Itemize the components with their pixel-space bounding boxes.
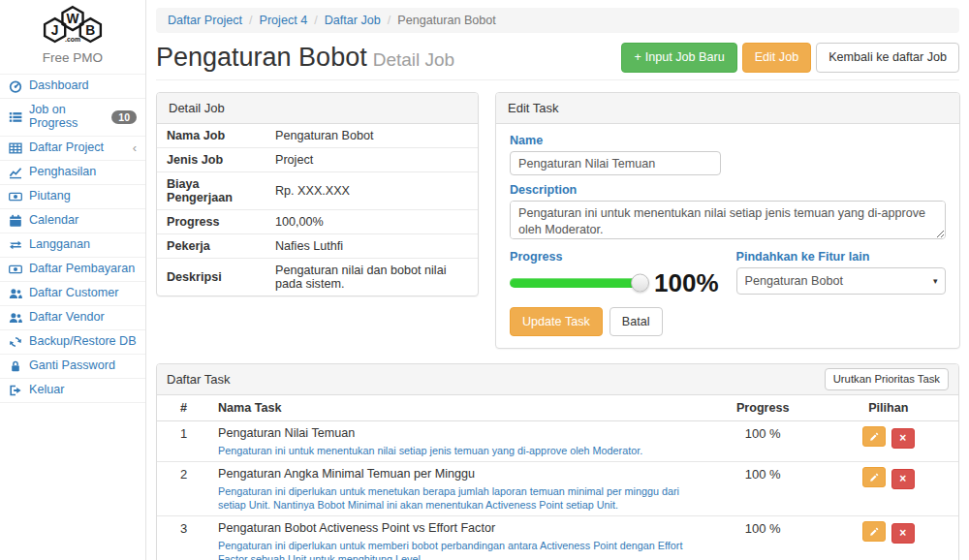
sort-priority-button[interactable]: Urutkan Prioritas Task [825, 368, 949, 390]
progress-label: Progress [510, 250, 719, 264]
dashboard-icon [9, 79, 22, 93]
breadcrumb-link[interactable]: Project 4 [260, 14, 308, 27]
task-progress: 100 % [707, 516, 819, 560]
col-progress-header: Progress [707, 395, 819, 421]
retweet-icon [9, 238, 22, 252]
task-row: 1 Pengaturan Nilai Temuan Pengaturan ini… [157, 421, 958, 462]
detail-row: Nama Job Pengaturan Bobot [157, 124, 478, 148]
move-to-feature-select[interactable]: Pengaturan Bobot [736, 267, 946, 295]
app-name: Free PMO [0, 50, 145, 65]
sidebar-item[interactable]: Daftar Vendor [0, 305, 145, 329]
page-subtitle: Detail Job [373, 49, 455, 70]
jwb-logo: W J B .com [24, 4, 121, 47]
users-icon [9, 287, 22, 300]
breadcrumb-link[interactable]: Daftar Job [325, 14, 381, 27]
sidebar-item[interactable]: Dashboard [0, 74, 145, 98]
task-description-textarea[interactable]: Pengaturan ini untuk menentukan nilai se… [510, 201, 946, 239]
batal-button[interactable]: Batal [610, 307, 663, 336]
task-table-header: # Nama Task Progress Pilihan [157, 395, 958, 421]
x-icon: × [899, 527, 906, 539]
task-progress: 100 % [707, 462, 819, 516]
sidebar-item[interactable]: Calendar [0, 208, 145, 233]
task-name-input[interactable] [510, 151, 721, 175]
edit-task-button[interactable] [862, 426, 886, 447]
task-name: Pengaturan Nilai Temuan [218, 426, 700, 442]
detail-label: Deskripsi [157, 259, 266, 296]
detail-value: Rp. XXX.XXX [266, 172, 478, 210]
job-title-text: Pengaturan Bobot [156, 43, 367, 72]
edit-task-button[interactable] [862, 521, 886, 542]
slider-handle[interactable] [631, 274, 649, 293]
main-content: Daftar Project Project 4 Daftar Job Peng… [146, 0, 969, 560]
delete-task-button[interactable]: × [891, 523, 915, 544]
detail-label: Pekerja [157, 234, 266, 259]
signout-icon [9, 384, 22, 397]
task-number: 2 [157, 462, 210, 516]
col-name-header: Nama Task [210, 395, 707, 421]
detail-value: Pengaturan Bobot [266, 124, 478, 148]
detail-label: Jenis Job [157, 148, 266, 172]
detail-label: Biaya Pengerjaan [157, 172, 266, 210]
progress-slider[interactable] [510, 278, 641, 288]
pencil-icon [869, 472, 880, 482]
detail-row: Jenis Job Project [157, 148, 478, 172]
task-progress: 100 % [707, 421, 819, 462]
col-actions-header: Pilihan [819, 395, 958, 421]
list-icon [9, 110, 22, 124]
delete-task-button[interactable]: × [891, 469, 915, 489]
edit-job-button[interactable]: Edit Job [742, 43, 812, 72]
detail-row: Progress 100,00% [157, 210, 478, 234]
task-name: Pengaturan Angka Minimal Temuan per Ming… [218, 467, 700, 482]
back-to-job-list-button[interactable]: Kembali ke daftar Job [816, 43, 959, 72]
update-task-button[interactable]: Update Task [510, 307, 603, 336]
sidebar-item[interactable]: Ganti Password [0, 354, 145, 378]
brand: W J B .com Free PMO [0, 0, 145, 65]
logo-letter-j: J [51, 23, 59, 38]
pencil-icon [869, 431, 880, 442]
x-icon: × [899, 432, 906, 444]
sidebar-item[interactable]: Keluar [0, 378, 145, 403]
detail-row: Biaya Pengerjaan Rp. XXX.XXX [157, 172, 478, 210]
edit-task-button[interactable] [862, 467, 886, 487]
breadcrumb-link[interactable]: Daftar Project [168, 14, 242, 27]
page-header: Pengaturan BobotDetail Job + Input Job B… [156, 41, 959, 80]
task-name: Pengaturan Bobot Activeness Point vs Eff… [218, 521, 700, 537]
input-job-baru-button[interactable]: + Input Job Baru [621, 43, 736, 72]
chart-icon [9, 166, 22, 179]
task-list-panel: Daftar Task Urutkan Prioritas Task # Nam… [156, 363, 959, 560]
sidebar-item[interactable]: Backup/Restore DB [0, 329, 145, 354]
task-table: # Nama Task Progress Pilihan 1 Pengatura… [157, 395, 958, 560]
detail-value: 100,00% [266, 210, 478, 234]
sidebar-item[interactable]: Daftar Customer [0, 281, 145, 305]
task-description: Pengaturan ini untuk menentukan nilai se… [218, 444, 700, 457]
sidebar-item[interactable]: Daftar Pembayaran [0, 257, 145, 281]
edit-task-panel: Edit Task Name Description Pengaturan in… [495, 92, 960, 349]
detail-value: Project [266, 148, 478, 172]
sidebar-item[interactable]: Langganan [0, 233, 145, 257]
edit-task-panel-title: Edit Task [496, 93, 959, 124]
users-icon [9, 311, 22, 325]
sidebar: W J B .com Free PMO Dashboard Job on Pro… [0, 0, 146, 560]
task-number: 3 [157, 516, 210, 560]
detail-row: Pekerja Nafies Luthfi [157, 234, 478, 259]
progress-percent-text: 100% [654, 270, 719, 296]
detail-value: Pengaturan nilai dan bobot nilai pada si… [266, 259, 478, 296]
logo-letter-b: B [85, 23, 95, 38]
table-icon [9, 141, 22, 155]
task-list-panel-title: Daftar Task [167, 372, 231, 387]
task-description: Pengaturan ini diperlukan untuk memberi … [218, 539, 700, 560]
sidebar-item[interactable]: Daftar Project ‹ [0, 136, 145, 160]
refresh-icon [9, 335, 22, 349]
logo-suffix: .com [65, 36, 80, 43]
sidebar-item[interactable]: Penghasilan [0, 160, 145, 184]
sidebar-item[interactable]: Piutang [0, 184, 145, 208]
sidebar-item[interactable]: Job on Progress 10 [0, 98, 145, 136]
detail-job-panel-title: Detail Job [157, 93, 478, 124]
move-to-feature-label: Pindahkan ke Fitur lain [736, 250, 946, 264]
count-badge: 10 [111, 110, 137, 125]
delete-task-button[interactable]: × [891, 428, 915, 449]
calendar-icon [9, 214, 22, 228]
detail-label: Progress [157, 210, 266, 234]
detail-row: Deskripsi Pengaturan nilai dan bobot nil… [157, 259, 478, 296]
page-title: Pengaturan BobotDetail Job [156, 43, 454, 73]
